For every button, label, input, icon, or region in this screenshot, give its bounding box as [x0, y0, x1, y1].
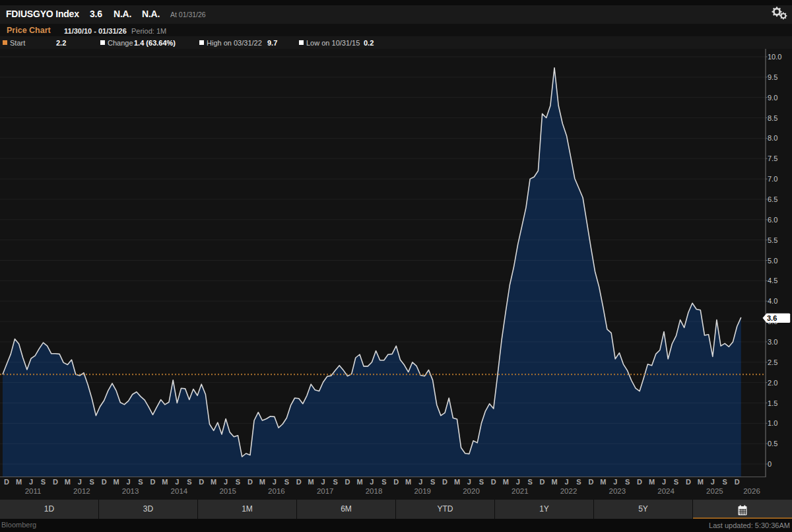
svg-text:2013: 2013	[122, 487, 139, 495]
svg-text:8.0: 8.0	[768, 134, 777, 142]
svg-text:7.5: 7.5	[768, 154, 777, 162]
svg-text:M: M	[308, 478, 314, 486]
svg-text:S: S	[674, 478, 678, 486]
svg-text:M: M	[405, 478, 411, 486]
svg-text:S: S	[576, 478, 581, 486]
svg-text:D: D	[735, 478, 740, 486]
svg-text:2017: 2017	[317, 487, 334, 495]
svg-text:2023: 2023	[609, 487, 626, 495]
svg-text:1.0: 1.0	[768, 419, 777, 427]
svg-text:D: D	[296, 478, 302, 486]
svg-text:D: D	[540, 478, 545, 486]
svg-text:J: J	[29, 478, 33, 486]
svg-text:5.0: 5.0	[768, 257, 777, 265]
svg-text:M: M	[454, 478, 460, 486]
svg-text:2015: 2015	[219, 487, 236, 495]
svg-text:S: S	[333, 478, 337, 486]
svg-text:D: D	[4, 478, 9, 486]
svg-text:4.5: 4.5	[768, 277, 777, 284]
svg-text:D: D	[588, 478, 593, 486]
svg-text:8.5: 8.5	[768, 114, 777, 122]
svg-text:6.5: 6.5	[768, 195, 777, 203]
svg-text:2020: 2020	[463, 487, 480, 495]
svg-text:2014: 2014	[171, 487, 188, 495]
svg-text:J: J	[467, 478, 471, 486]
svg-text:3.6: 3.6	[767, 314, 777, 322]
svg-text:J: J	[78, 478, 82, 486]
svg-text:0: 0	[768, 460, 772, 468]
svg-text:M: M	[162, 478, 168, 486]
svg-text:2018: 2018	[366, 487, 383, 495]
svg-text:2011: 2011	[25, 487, 42, 495]
svg-text:M: M	[16, 478, 22, 486]
svg-text:S: S	[90, 478, 94, 486]
svg-text:S: S	[527, 478, 532, 486]
svg-text:M: M	[259, 478, 265, 486]
svg-text:M: M	[65, 478, 71, 486]
svg-text:S: S	[723, 478, 727, 486]
svg-text:2019: 2019	[414, 487, 431, 495]
svg-text:D: D	[248, 478, 253, 486]
svg-text:J: J	[273, 478, 277, 486]
svg-text:S: S	[625, 478, 630, 486]
svg-text:2024: 2024	[657, 487, 675, 495]
svg-text:M: M	[356, 478, 362, 486]
svg-text:D: D	[491, 478, 496, 486]
svg-text:M: M	[600, 478, 606, 486]
svg-text:2021: 2021	[512, 487, 529, 495]
svg-text:S: S	[381, 478, 386, 486]
svg-text:S: S	[41, 478, 46, 486]
svg-text:J: J	[564, 478, 568, 486]
svg-text:7.0: 7.0	[768, 175, 777, 183]
svg-text:2.0: 2.0	[768, 379, 777, 387]
svg-text:J: J	[711, 478, 715, 486]
svg-text:J: J	[127, 478, 131, 486]
svg-text:1.5: 1.5	[768, 399, 777, 407]
svg-text:2022: 2022	[560, 487, 578, 495]
svg-text:6.0: 6.0	[768, 216, 777, 224]
svg-text:10.0: 10.0	[768, 53, 781, 61]
svg-text:2012: 2012	[73, 487, 90, 495]
svg-text:2025: 2025	[706, 487, 723, 495]
svg-text:D: D	[393, 478, 399, 486]
svg-text:S: S	[479, 478, 484, 486]
svg-text:S: S	[187, 478, 191, 486]
svg-text:0.5: 0.5	[768, 440, 777, 448]
svg-text:D: D	[442, 478, 447, 486]
svg-text:J: J	[175, 478, 179, 486]
svg-text:M: M	[649, 478, 655, 486]
svg-text:D: D	[199, 478, 204, 486]
svg-text:J: J	[370, 478, 374, 486]
svg-text:S: S	[138, 478, 143, 486]
svg-text:M: M	[211, 478, 216, 486]
svg-text:M: M	[698, 478, 704, 486]
svg-text:J: J	[516, 478, 520, 486]
svg-text:D: D	[53, 478, 58, 486]
svg-text:D: D	[637, 478, 642, 486]
svg-text:9.5: 9.5	[768, 73, 777, 81]
svg-text:J: J	[613, 478, 617, 486]
svg-text:D: D	[150, 478, 156, 486]
svg-text:J: J	[321, 478, 325, 486]
svg-text:M: M	[503, 478, 509, 486]
svg-text:5.5: 5.5	[768, 236, 777, 244]
svg-text:3.0: 3.0	[768, 338, 777, 346]
svg-text:4.0: 4.0	[768, 297, 777, 305]
svg-text:D: D	[345, 478, 350, 486]
svg-text:2026: 2026	[743, 487, 760, 495]
svg-text:S: S	[284, 478, 289, 486]
svg-text:D: D	[686, 478, 691, 486]
svg-text:M: M	[551, 478, 557, 486]
svg-text:J: J	[662, 478, 666, 486]
svg-text:2016: 2016	[268, 487, 285, 495]
svg-text:9.0: 9.0	[768, 94, 777, 102]
svg-text:2.5: 2.5	[768, 358, 777, 366]
svg-text:D: D	[102, 478, 107, 486]
svg-text:J: J	[418, 478, 422, 486]
svg-text:J: J	[224, 478, 228, 486]
svg-text:S: S	[430, 478, 435, 486]
svg-text:M: M	[114, 478, 119, 486]
svg-text:S: S	[236, 478, 240, 486]
